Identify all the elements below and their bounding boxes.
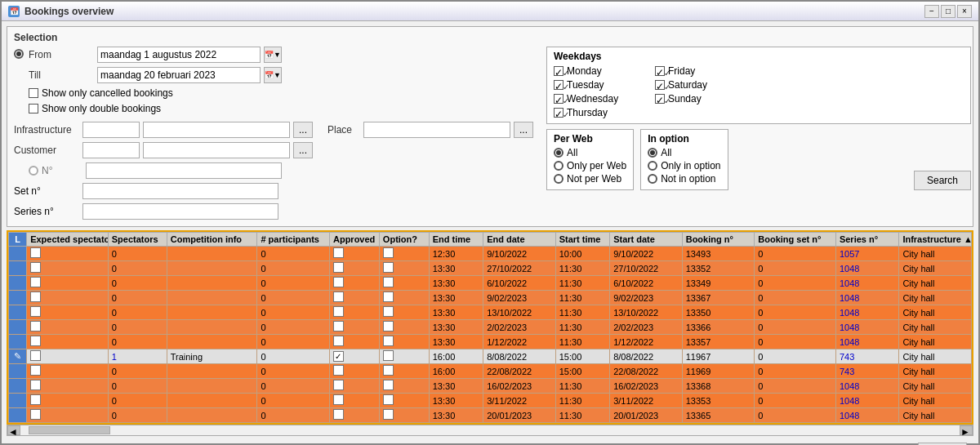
checkbox[interactable] [333, 394, 344, 405]
table-row[interactable]: 0013:3027/10/202211:3027/10/202213352010… [9, 261, 972, 276]
table-row[interactable]: 0013:306/10/202211:306/10/20221334901048… [9, 276, 972, 291]
scroll-right-button[interactable]: ► [960, 425, 973, 435]
close-window-button[interactable]: × [957, 5, 972, 18]
checkbox[interactable] [30, 409, 41, 420]
checkbox[interactable] [30, 291, 41, 302]
horizontal-scrollbar[interactable]: ◄ ► [7, 425, 973, 436]
checkbox[interactable] [30, 306, 41, 317]
customer-dots-button[interactable]: ... [293, 142, 313, 158]
minimize-button[interactable]: − [924, 5, 939, 18]
series-input[interactable] [82, 203, 278, 220]
cell-part: 0 [257, 349, 330, 364]
per-web-all-radio[interactable] [554, 148, 564, 158]
infrastructure-input1[interactable] [82, 122, 140, 138]
restore-button[interactable]: □ [941, 5, 956, 18]
checkbox[interactable] [333, 336, 344, 346]
checkbox[interactable] [383, 306, 394, 317]
checkbox[interactable] [333, 247, 344, 258]
place-input[interactable] [363, 122, 510, 138]
checkbox[interactable] [333, 365, 344, 376]
cancel-bookings-checkbox[interactable] [29, 88, 38, 98]
cell-start-date: 22/08/2022 [610, 364, 683, 379]
checkbox-checked[interactable]: ✓ [333, 351, 344, 362]
cell-start-time: 15:00 [555, 349, 609, 364]
checkbox[interactable] [333, 409, 344, 420]
checkbox[interactable] [30, 350, 41, 361]
checkbox[interactable] [333, 262, 344, 273]
cell-end-date: 16/02/2023 [483, 379, 556, 394]
n-input[interactable] [86, 162, 282, 179]
per-web-not-radio[interactable] [554, 174, 564, 184]
table-row[interactable]: 0012:309/10/202210:009/10/20221349301057… [9, 247, 972, 261]
checkbox[interactable] [30, 336, 41, 346]
table-row[interactable]: 0013:303/11/202211:303/11/20221335301048… [9, 394, 972, 408]
from-radio[interactable] [14, 49, 24, 61]
scroll-track[interactable] [20, 425, 960, 435]
checkbox[interactable] [383, 336, 394, 346]
series-row: Series n° [14, 203, 533, 220]
checkbox[interactable] [383, 262, 394, 273]
checkbox[interactable] [333, 306, 344, 317]
checkbox[interactable] [383, 291, 394, 302]
wednesday-checkbox[interactable]: ✓ [554, 94, 564, 104]
customer-row: Customer ... [14, 142, 533, 158]
set-input[interactable] [82, 183, 278, 199]
scroll-thumb[interactable] [29, 426, 110, 434]
checkbox[interactable] [383, 321, 394, 332]
cell-spectators: 0 [108, 247, 167, 261]
monday-checkbox[interactable]: ✓ [554, 66, 564, 76]
per-web-only-radio[interactable] [554, 161, 564, 171]
from-calendar-button[interactable]: 📅▼ [264, 47, 282, 63]
in-option-not-radio[interactable] [648, 174, 657, 184]
checkbox[interactable] [30, 380, 41, 390]
checkbox[interactable] [383, 365, 394, 376]
table-row[interactable]: 0013:301/12/202211:301/12/20221335701048… [9, 335, 972, 349]
customer-input1[interactable] [82, 142, 140, 158]
table-row[interactable]: 0013:302/02/202311:302/02/20231336601048… [9, 320, 972, 335]
till-input[interactable] [97, 67, 261, 83]
in-option-all-radio[interactable] [648, 148, 657, 158]
table-row[interactable]: 0016:0022/08/202215:0022/08/202211969074… [9, 364, 972, 379]
cell-start-date: 6/10/2022 [610, 276, 683, 291]
table-row[interactable]: 0013:309/02/202311:309/02/20231336701048… [9, 291, 972, 305]
search-button[interactable]: Search [914, 171, 971, 190]
checkbox[interactable] [383, 394, 394, 405]
sunday-checkbox[interactable]: ✓ [655, 94, 665, 104]
table-row[interactable]: ✎1Training0✓16:008/08/202215:008/08/2022… [9, 349, 972, 364]
table-row[interactable]: 0013:3013/10/202211:3013/10/202213350010… [9, 305, 972, 320]
infrastructure-input2[interactable] [143, 122, 290, 138]
checkbox[interactable] [333, 291, 344, 302]
table-wrapper[interactable]: L Expected spectators Spectators Competi… [7, 230, 973, 425]
checkbox[interactable] [30, 394, 41, 405]
saturday-row: ✓ Saturday [655, 79, 737, 91]
checkbox[interactable] [30, 247, 41, 258]
infrastructure-dots-button[interactable]: ... [293, 122, 313, 138]
weekdays-section: Weekdays ✓ Monday ✓ Friday ✓ [546, 47, 971, 124]
checkbox[interactable] [333, 380, 344, 390]
checkbox[interactable] [383, 247, 394, 258]
checkbox[interactable] [383, 409, 394, 420]
in-option-only-radio[interactable] [648, 161, 657, 171]
table-row[interactable]: 0013:3016/02/202311:3016/02/202313368010… [9, 379, 972, 394]
checkbox[interactable] [30, 262, 41, 273]
checkbox[interactable] [383, 380, 394, 390]
checkbox[interactable] [383, 350, 394, 361]
friday-checkbox[interactable]: ✓ [655, 66, 665, 76]
saturday-checkbox[interactable]: ✓ [655, 80, 665, 90]
checkbox[interactable] [30, 321, 41, 332]
tuesday-checkbox[interactable]: ✓ [554, 80, 564, 90]
place-dots-button[interactable]: ... [514, 122, 533, 138]
scroll-left-button[interactable]: ◄ [7, 425, 20, 435]
customer-input2[interactable] [143, 142, 290, 158]
checkbox[interactable] [333, 277, 344, 287]
double-bookings-checkbox[interactable] [29, 104, 38, 113]
n-radio[interactable] [29, 166, 38, 176]
till-calendar-button[interactable]: 📅▼ [264, 67, 282, 83]
table-row[interactable]: 0013:3020/01/202311:3020/01/202313365010… [9, 408, 972, 423]
checkbox[interactable] [30, 365, 41, 376]
checkbox[interactable] [383, 277, 394, 287]
checkbox[interactable] [30, 277, 41, 287]
from-input[interactable] [97, 47, 261, 63]
thursday-checkbox[interactable]: ✓ [554, 108, 564, 118]
checkbox[interactable] [333, 321, 344, 332]
